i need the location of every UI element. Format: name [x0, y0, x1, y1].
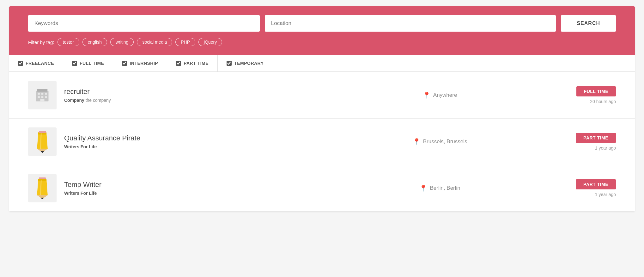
- filter-tag-jquery[interactable]: jQuery: [198, 38, 222, 46]
- job-row[interactable]: Quality Assurance PirateWriters For Life…: [9, 119, 635, 165]
- job-time-ago: 1 year ago: [595, 192, 616, 197]
- svg-rect-17: [39, 177, 46, 179]
- job-title: recruiter: [64, 88, 327, 96]
- svg-rect-4: [45, 93, 47, 95]
- checkbox-freelance[interactable]: [18, 61, 23, 66]
- filter-type-label: FREELANCE: [26, 61, 54, 66]
- search-header: SEARCH Filter by tag: testerenglishwriti…: [9, 6, 635, 55]
- svg-rect-1: [37, 89, 48, 92]
- search-row: SEARCH: [28, 15, 616, 32]
- svg-marker-9: [37, 133, 48, 149]
- location-pin-icon: 📍: [423, 91, 431, 99]
- filter-tag-writing[interactable]: writing: [110, 38, 134, 46]
- filter-row: Filter by tag: testerenglishwritingsocia…: [28, 38, 616, 46]
- job-company: Writers For Life: [64, 191, 327, 196]
- svg-rect-7: [45, 96, 47, 98]
- job-info: Temp WriterWriters For Life: [64, 181, 327, 196]
- filter-type-label: FULL TIME: [80, 61, 104, 66]
- svg-marker-15: [37, 180, 48, 195]
- filter-tag-social-media[interactable]: social media: [137, 38, 172, 46]
- job-info: recruiterCompany the company: [64, 88, 327, 103]
- job-company: Writers For Life: [64, 144, 327, 149]
- main-container: SEARCH Filter by tag: testerenglishwriti…: [9, 6, 635, 212]
- checkbox-temporary[interactable]: [227, 61, 232, 66]
- svg-marker-19: [40, 198, 44, 199]
- svg-line-14: [40, 133, 41, 149]
- job-logo: [28, 127, 57, 156]
- svg-rect-8: [40, 99, 45, 101]
- svg-rect-2: [38, 93, 40, 95]
- filter-tag-php[interactable]: PHP: [175, 38, 195, 46]
- filter-type-label: INTERNSHIP: [130, 61, 158, 66]
- svg-marker-13: [40, 151, 44, 153]
- checkbox-part-time[interactable]: [176, 61, 181, 66]
- location-text: Berlin, Berlin: [430, 185, 460, 191]
- job-title: Quality Assurance Pirate: [64, 134, 327, 142]
- job-title: Temp Writer: [64, 181, 327, 189]
- svg-line-20: [40, 180, 41, 195]
- job-row[interactable]: recruiterCompany the company📍 AnywhereFU…: [9, 72, 635, 119]
- job-meta: PART TIME1 year ago: [553, 179, 616, 197]
- filter-type-temporary[interactable]: TEMPORARY: [218, 55, 272, 71]
- search-button[interactable]: SEARCH: [561, 15, 616, 32]
- location-pin-icon: 📍: [413, 138, 421, 145]
- filter-type-label: PART TIME: [184, 61, 209, 66]
- job-logo: [28, 174, 57, 202]
- job-location: 📍 Brussels, Brussels: [335, 138, 545, 145]
- job-meta: PART TIME1 year ago: [553, 133, 616, 151]
- job-list: recruiterCompany the company📍 AnywhereFU…: [9, 72, 635, 212]
- job-location: 📍 Berlin, Berlin: [335, 184, 545, 192]
- filter-tag-tester[interactable]: tester: [58, 38, 79, 46]
- job-time-ago: 20 hours ago: [590, 99, 616, 104]
- svg-rect-3: [41, 93, 44, 95]
- job-type-badge: PART TIME: [576, 179, 616, 189]
- job-row[interactable]: Temp WriterWriters For Life📍 Berlin, Ber…: [9, 165, 635, 212]
- filter-type-label: TEMPORARY: [234, 61, 264, 66]
- location-pin-icon: 📍: [419, 184, 427, 192]
- tags-container: testerenglishwritingsocial mediaPHPjQuer…: [58, 38, 222, 46]
- job-location: 📍 Anywhere: [335, 91, 545, 99]
- filter-type-freelance[interactable]: FREELANCE: [9, 55, 63, 71]
- location-text: Anywhere: [433, 92, 457, 98]
- job-type-badge: PART TIME: [576, 133, 616, 143]
- keywords-input[interactable]: [28, 15, 260, 32]
- job-time-ago: 1 year ago: [595, 145, 616, 151]
- checkbox-internship[interactable]: [122, 61, 127, 66]
- svg-rect-5: [38, 96, 40, 98]
- svg-rect-6: [41, 96, 44, 98]
- checkbox-full-time[interactable]: [72, 61, 77, 66]
- filter-type-part-time[interactable]: PART TIME: [167, 55, 218, 71]
- svg-rect-11: [39, 131, 46, 133]
- location-text: Brussels, Brussels: [423, 138, 467, 145]
- job-info: Quality Assurance PirateWriters For Life: [64, 134, 327, 149]
- filter-types-row: FREELANCEFULL TIMEINTERNSHIPPART TIMETEM…: [9, 55, 635, 72]
- location-input[interactable]: [265, 15, 556, 32]
- job-logo: [28, 81, 57, 109]
- filter-label: Filter by tag:: [28, 40, 54, 45]
- filter-tag-english[interactable]: english: [82, 38, 107, 46]
- job-meta: FULL TIME20 hours ago: [553, 86, 616, 104]
- job-company: Company the company: [64, 98, 327, 103]
- filter-type-internship[interactable]: INTERNSHIP: [113, 55, 167, 71]
- job-type-badge: FULL TIME: [576, 86, 616, 96]
- filter-type-full-time[interactable]: FULL TIME: [63, 55, 113, 71]
